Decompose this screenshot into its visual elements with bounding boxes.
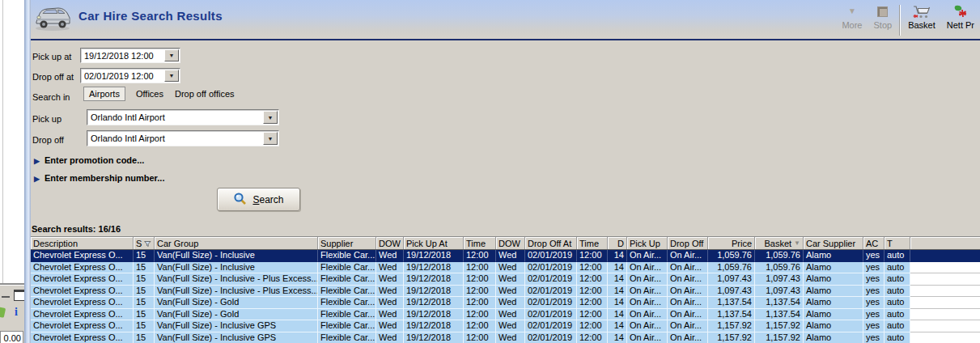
cell: yes bbox=[863, 320, 885, 332]
cell: On Air... bbox=[627, 250, 668, 262]
cell: Van(Full Size) - Inclusive bbox=[155, 250, 318, 262]
nett-price-button[interactable]: Nett Pr bbox=[941, 2, 980, 32]
tab-offices[interactable]: Offices bbox=[135, 87, 164, 101]
column-header-dow[interactable]: DOW bbox=[376, 237, 404, 249]
panel-window-controls bbox=[2, 290, 24, 301]
cell: 12:00 bbox=[577, 309, 608, 321]
dropoff-location-combo: ▼ bbox=[87, 130, 279, 146]
cell: 1,097.43 bbox=[755, 273, 804, 286]
table-row[interactable]: Chevrolet Express O...15Van(Full Size) -… bbox=[31, 273, 980, 286]
cell: 12:00 bbox=[577, 273, 608, 286]
cell: On Air... bbox=[627, 332, 668, 343]
column-header-pick-up-at[interactable]: Pick Up At bbox=[404, 237, 464, 249]
cell: 14 bbox=[608, 262, 627, 274]
column-header-filler bbox=[910, 237, 980, 249]
cell: Chevrolet Express O... bbox=[31, 286, 134, 298]
table-row[interactable]: Chevrolet Express O...15Van(Full Size) -… bbox=[31, 332, 980, 343]
table-row[interactable]: Chevrolet Express O...15Van(Full Size) -… bbox=[31, 297, 980, 309]
column-header-description[interactable]: Description bbox=[31, 237, 134, 249]
nett-price-label: Nett Pr bbox=[947, 20, 974, 30]
toolbar-separator bbox=[899, 5, 901, 36]
cell: On Air... bbox=[627, 286, 668, 298]
cell: auto bbox=[885, 297, 910, 309]
cell: Van(Full Size) - Inclusive GPS bbox=[155, 320, 318, 332]
cell: 1,059.76 bbox=[708, 250, 755, 262]
column-header-label: D bbox=[617, 239, 624, 248]
table-row[interactable]: Chevrolet Express O...15Van(Full Size) -… bbox=[31, 309, 980, 321]
cell: yes bbox=[863, 286, 885, 298]
minimize-icon[interactable] bbox=[2, 293, 10, 298]
column-header-label: T bbox=[887, 239, 893, 248]
cell: 15 bbox=[134, 332, 155, 343]
column-header-car-group[interactable]: Car Group bbox=[155, 237, 318, 249]
column-header-basket[interactable]: Basket▼ bbox=[755, 237, 804, 249]
column-header-price[interactable]: Price bbox=[708, 237, 755, 249]
column-header-supplier[interactable]: Supplier bbox=[318, 237, 376, 249]
table-row[interactable]: Chevrolet Express O...15Van(Full Size) -… bbox=[31, 250, 980, 262]
tab-dropoff-offices[interactable]: Drop off offices bbox=[174, 87, 235, 101]
column-header-time[interactable]: Time bbox=[577, 237, 608, 249]
dropoff-location-label: Drop off bbox=[32, 135, 64, 145]
pickup-location-label: Pick up bbox=[32, 114, 62, 124]
cell: Chevrolet Express O... bbox=[31, 332, 134, 343]
membership-number-expander[interactable]: ▶Enter membership number... bbox=[34, 173, 164, 183]
stop-button[interactable]: Stop bbox=[868, 2, 897, 32]
cell: 1,097.43 bbox=[708, 286, 755, 298]
table-row[interactable]: Chevrolet Express O...15Van(Full Size) -… bbox=[31, 286, 980, 298]
promotion-code-expander[interactable]: ▶Enter promotion code... bbox=[34, 155, 144, 165]
column-header-t[interactable]: T bbox=[885, 237, 910, 249]
pickup-location-input[interactable] bbox=[87, 110, 267, 125]
tab-airports[interactable]: Airports bbox=[83, 87, 125, 101]
dropoff-location-input[interactable] bbox=[87, 131, 267, 146]
column-header-dow[interactable]: DOW bbox=[496, 237, 525, 249]
dropoff-location-dropdown-icon[interactable]: ▼ bbox=[263, 132, 278, 145]
cell: 14 bbox=[608, 286, 627, 298]
cell: 15 bbox=[134, 320, 155, 332]
cell: Wed bbox=[496, 262, 525, 274]
cell: 19/12/2018 bbox=[404, 262, 464, 274]
column-header-time[interactable]: Time bbox=[464, 237, 496, 249]
dropoff-at-dropdown-icon[interactable]: ▼ bbox=[164, 70, 179, 82]
stop-label: Stop bbox=[873, 20, 892, 30]
search-button[interactable]: Search bbox=[217, 188, 300, 211]
cell: Alamo bbox=[804, 273, 863, 286]
column-header-d[interactable]: D bbox=[608, 237, 627, 249]
cell: On Air... bbox=[627, 320, 668, 332]
cell: 1,137.54 bbox=[708, 297, 755, 309]
cell: 02/01/2019 bbox=[525, 332, 577, 343]
basket-button[interactable]: Basket bbox=[902, 2, 941, 32]
cell: Flexible Car... bbox=[318, 320, 376, 332]
column-header-ac[interactable]: AC bbox=[863, 237, 885, 249]
info-icon[interactable]: i bbox=[15, 306, 18, 319]
row-filler bbox=[910, 273, 980, 286]
table-row[interactable]: Chevrolet Express O...15Van(Full Size) -… bbox=[31, 262, 980, 274]
cell: 02/01/2019 bbox=[525, 262, 577, 274]
pickup-at-input[interactable] bbox=[81, 49, 168, 62]
pickup-location-dropdown-icon[interactable]: ▼ bbox=[263, 111, 278, 124]
cell: yes bbox=[863, 297, 885, 309]
stop-icon bbox=[877, 4, 888, 19]
more-button[interactable]: ▼ More bbox=[836, 2, 868, 32]
table-row[interactable]: Chevrolet Express O...15Van(Full Size) -… bbox=[31, 320, 980, 332]
row-filler bbox=[910, 286, 980, 298]
cell: Wed bbox=[496, 297, 525, 309]
cell: 12:00 bbox=[464, 320, 496, 332]
dropoff-at-field: ▼ bbox=[80, 68, 180, 83]
car-icon bbox=[33, 2, 72, 35]
column-header-drop-off[interactable]: Drop Off bbox=[668, 237, 708, 249]
dropoff-at-input[interactable] bbox=[81, 69, 168, 83]
cell: Alamo bbox=[804, 286, 863, 298]
column-header-drop-off-at[interactable]: Drop Off At bbox=[525, 237, 577, 249]
cell: Van(Full Size) - Gold bbox=[155, 297, 318, 309]
cell: 02/01/2019 bbox=[525, 309, 577, 321]
column-header-s[interactable]: S bbox=[134, 237, 155, 249]
restore-window-icon[interactable] bbox=[14, 290, 24, 301]
column-header-pick-up[interactable]: Pick Up bbox=[627, 237, 668, 249]
cell: 19/12/2018 bbox=[404, 250, 464, 262]
pickup-at-dropdown-icon[interactable]: ▼ bbox=[164, 49, 179, 61]
total-amount-field: 0.00 bbox=[0, 331, 23, 343]
page-title: Car Hire Search Results bbox=[78, 9, 223, 23]
promotion-code-label: Enter promotion code... bbox=[45, 155, 144, 165]
cell: Flexible Car... bbox=[318, 250, 376, 262]
column-header-car-supplier[interactable]: Car Supplier bbox=[804, 237, 863, 249]
